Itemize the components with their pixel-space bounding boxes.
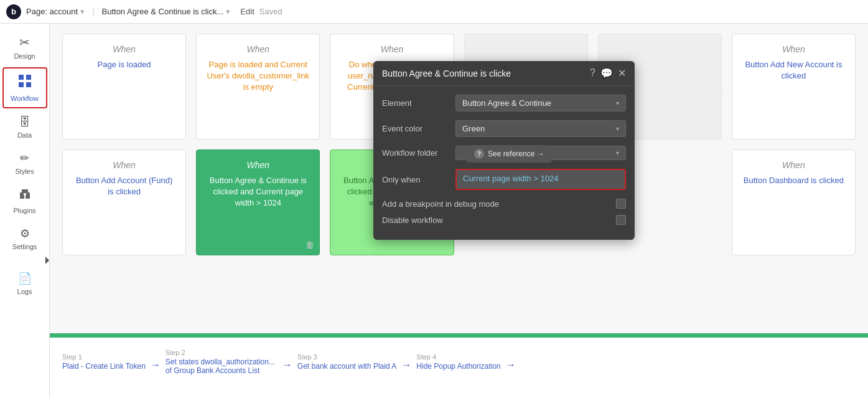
sidebar-label-data: Data	[17, 131, 32, 139]
step-arrow-2: →	[282, 359, 292, 371]
element-chevron-icon: ▾	[616, 100, 619, 107]
sidebar-label-styles: Styles	[16, 168, 34, 175]
step-arrow-1: →	[151, 359, 161, 371]
card7-when: When	[782, 44, 805, 54]
svg-rect-4	[20, 192, 24, 199]
popup-folder-label: Workflow folder	[382, 148, 450, 158]
workflow-card-add-new-account[interactable]: When Button Add New Account is clicked	[732, 34, 856, 140]
sidebar-label-plugins: Plugins	[13, 207, 35, 214]
popup-event-color-control: Green ▾	[455, 120, 626, 137]
plugins-icon	[18, 187, 32, 204]
disable-checkbox[interactable]	[616, 215, 626, 225]
see-reference-tooltip[interactable]: ? See reference →	[467, 145, 552, 163]
workflow-card-dashboard[interactable]: When Button Dashboard is clicked	[732, 149, 856, 255]
element-select-value: Button Agree & Continue	[462, 98, 551, 108]
event-color-value: Green	[462, 124, 485, 133]
popup-only-when-label: Only when	[382, 175, 450, 184]
card5-trigger: Button Agree & Continue is clicked and C…	[207, 175, 309, 209]
tooltip-q-icon: ?	[474, 149, 484, 159]
sidebar-item-logs[interactable]: 📄 Logs	[2, 267, 47, 300]
trash-icon[interactable]: 🗑	[306, 240, 314, 250]
element-select[interactable]: Button Agree & Continue ▾	[455, 95, 626, 111]
workflow-card-page-dwolla[interactable]: When Page is loaded and Current User's d…	[196, 34, 320, 140]
edit-label[interactable]: Edit	[240, 7, 254, 16]
step-arrow-3: →	[401, 359, 411, 371]
trigger-dropdown-icon: ▾	[226, 7, 230, 16]
scissors-icon: ✂	[19, 35, 30, 50]
workflow-card-agree-gt1024[interactable]: When Button Agree & Continue is clicked …	[196, 149, 320, 255]
page-selector[interactable]: Page: account ▾	[26, 7, 85, 16]
color-chevron-icon: ▾	[616, 125, 619, 132]
trigger-label: Button Agree & Continue is click...	[102, 7, 224, 16]
sidebar: ✂ Design Workflow 🗄 Data ✏ Styles	[0, 24, 50, 398]
breakpoint-label: Add a breakpoint in debug mode	[382, 199, 611, 209]
popup-body: Element Button Agree & Continue ▾ Event …	[373, 86, 635, 240]
sidebar-item-workflow[interactable]: Workflow	[2, 67, 47, 108]
workflow-icon	[17, 73, 32, 92]
popup-element-label: Element	[382, 98, 450, 108]
steps-bar: Step 1 Plaid - Create Link Token → Step …	[50, 336, 868, 398]
svg-rect-7	[24, 193, 26, 196]
card4-trigger: Button Add Account (Fund) is clicked	[73, 175, 175, 197]
svg-rect-6	[22, 189, 28, 193]
card8-when: When	[782, 160, 805, 170]
step-arrow-4: →	[506, 359, 516, 371]
workflow-card-page-loaded[interactable]: When Page is loaded	[62, 34, 186, 140]
card1-trigger: Page is loaded	[98, 59, 151, 70]
disable-label: Disable workflow	[382, 216, 611, 225]
sidebar-label-design: Design	[14, 52, 35, 60]
sidebar-label-settings: Settings	[12, 243, 37, 250]
gear-icon: ⚙	[20, 227, 30, 240]
event-color-select[interactable]: Green ▾	[455, 120, 626, 137]
svg-rect-1	[26, 75, 31, 80]
svg-rect-0	[19, 75, 24, 80]
card5-when: When	[247, 160, 270, 170]
settings-arrow	[45, 257, 49, 264]
data-icon: 🗄	[19, 116, 30, 129]
popup-title: Button Agree & Continue is clicke	[382, 69, 511, 78]
sidebar-item-styles[interactable]: ✏ Styles	[2, 146, 47, 180]
topbar-separator: |	[92, 7, 94, 16]
topbar: b Page: account ▾ | Button Agree & Conti…	[0, 0, 868, 24]
main-layout: ✂ Design Workflow 🗄 Data ✏ Styles	[0, 24, 868, 398]
step-4[interactable]: Step 4 Hide Popup Authorization	[416, 353, 500, 371]
popup-element-control: Button Agree & Continue ▾	[455, 95, 626, 111]
folder-chevron-icon: ▾	[616, 149, 619, 156]
breakpoint-checkbox[interactable]	[616, 199, 626, 209]
card2-when: When	[246, 44, 269, 54]
popup-breakpoint-row: Add a breakpoint in debug mode	[382, 199, 626, 209]
step-2-num: Step 2	[166, 349, 278, 356]
steps-arrow-indicator	[311, 336, 324, 338]
sidebar-item-data[interactable]: 🗄 Data	[2, 111, 47, 144]
step-1[interactable]: Step 1 Plaid - Create Link Token	[62, 353, 146, 371]
app-logo: b	[6, 4, 21, 19]
comment-icon[interactable]: 💬	[600, 67, 613, 79]
card7-trigger: Button Add New Account is clicked	[742, 59, 845, 82]
styles-icon: ✏	[20, 151, 29, 165]
card1-when: When	[113, 44, 136, 54]
svg-rect-2	[19, 82, 24, 87]
step-3-num: Step 3	[297, 353, 396, 361]
help-icon[interactable]: ?	[590, 67, 595, 79]
popup-header-icons: ? 💬 ✕	[590, 67, 626, 79]
card4-when: When	[113, 160, 136, 170]
step-2[interactable]: Step 2 Set states dwolla_authorization..…	[166, 349, 278, 375]
see-reference-label: See reference →	[488, 149, 544, 158]
close-icon[interactable]: ✕	[618, 67, 626, 79]
trigger-selector[interactable]: Button Agree & Continue is click... ▾	[102, 7, 231, 16]
step-4-text: Hide Popup Authorization	[416, 362, 500, 371]
card2-trigger: Page is loaded and Current User's dwolla…	[207, 59, 309, 93]
step-3[interactable]: Step 3 Get bank account with Plaid A	[297, 353, 396, 371]
svg-rect-3	[26, 82, 31, 87]
step-2-text: Set states dwolla_authorization... of Gr…	[166, 358, 278, 375]
only-when-input[interactable]: Current page width > 1024	[455, 169, 626, 190]
step-1-num: Step 1	[62, 353, 146, 361]
step-3-text: Get bank account with Plaid A	[297, 362, 396, 371]
workflow-card-add-account-fund[interactable]: When Button Add Account (Fund) is clicke…	[62, 149, 186, 255]
steps-row: Step 1 Plaid - Create Link Token → Step …	[62, 349, 856, 375]
popup-only-when-row: Only when Current page width > 1024	[382, 169, 626, 190]
sidebar-item-design[interactable]: ✂ Design	[2, 30, 47, 65]
sidebar-item-settings[interactable]: ⚙ Settings	[2, 222, 47, 255]
sidebar-item-plugins[interactable]: Plugins	[2, 182, 47, 219]
popup-disable-row: Disable workflow	[382, 215, 626, 225]
